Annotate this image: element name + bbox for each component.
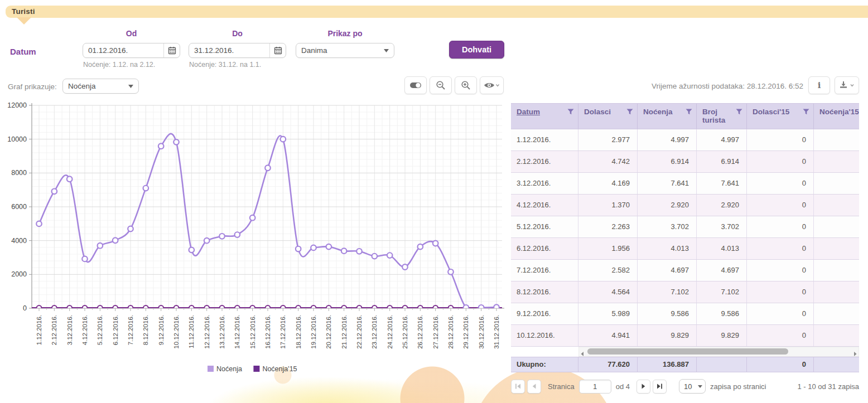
column-header-3[interactable]: Noćenja: [638, 104, 697, 129]
svg-text:8000: 8000: [11, 169, 27, 177]
fetch-button[interactable]: Dohvati: [449, 41, 504, 59]
svg-text:27.12.2016.: 27.12.2016.: [432, 315, 439, 349]
svg-text:14.12.2016.: 14.12.2016.: [234, 315, 240, 349]
toggle-series-button[interactable]: [404, 76, 427, 94]
column-header-label: Noćenja: [643, 108, 673, 116]
column-header-6[interactable]: Noćenja'15: [814, 104, 859, 129]
table-cell: 4.997: [638, 129, 697, 150]
table-cell: 2.582: [578, 260, 638, 281]
table-cell: 4.941: [578, 325, 638, 346]
svg-text:19.12.2016.: 19.12.2016.: [310, 315, 317, 349]
chart-series-value: Noćenja: [63, 82, 123, 90]
svg-text:12.12.2016.: 12.12.2016.: [204, 315, 210, 349]
visibility-menu-button[interactable]: [480, 76, 504, 94]
table-cell: 9.586: [638, 303, 697, 324]
from-date-input[interactable]: [83, 44, 163, 57]
table-cell: 8.12.2016.: [511, 281, 578, 303]
table-row: 3.12.2016.4.1697.6417.6410: [511, 173, 859, 195]
table-cell: 0: [747, 260, 814, 281]
display-by-value: Danima: [296, 46, 379, 55]
table-cell: 4.013: [638, 238, 697, 259]
eye-icon: [484, 81, 500, 90]
table-cell: 0: [747, 129, 814, 150]
filter-icon[interactable]: [803, 109, 809, 115]
table-cell: [814, 325, 859, 346]
table-cell: 3.702: [638, 216, 697, 237]
column-header-1[interactable]: Datum: [511, 104, 578, 129]
svg-text:29.12.2016.: 29.12.2016.: [462, 315, 469, 349]
table-cell: 10.12.2016.: [511, 325, 578, 346]
zoom-in-icon: [461, 80, 471, 90]
table-cell: 4.697: [638, 260, 697, 281]
svg-text:4000: 4000: [11, 237, 27, 245]
table-cell: 4.169: [578, 173, 638, 194]
svg-text:3.12.2016.: 3.12.2016.: [66, 315, 73, 345]
grid-header-row: DatumDolasciNoćenjaBroj turistaDolasci'1…: [511, 103, 859, 129]
per-page-label: zapisa po stranici: [710, 382, 766, 391]
last-page-button[interactable]: [653, 380, 667, 394]
table-cell: 0: [747, 303, 814, 324]
page-size-select[interactable]: 10: [679, 379, 706, 394]
table-cell: 2.263: [578, 216, 638, 237]
table-cell: 9.12.2016.: [511, 303, 578, 324]
horizontal-scrollbar[interactable]: [578, 347, 859, 357]
scrollbar-spacer: [511, 347, 578, 357]
table-cell: 4.564: [578, 281, 638, 303]
chart-series-select[interactable]: Noćenja: [62, 79, 139, 94]
svg-text:12000: 12000: [7, 101, 27, 109]
table-cell: 0: [747, 173, 814, 194]
table-cell: 4.12.2016.: [511, 195, 578, 216]
filter-icon[interactable]: [567, 109, 574, 115]
table-cell: [814, 129, 859, 150]
filter-icon[interactable]: [686, 109, 692, 115]
table-cell: 3.702: [697, 216, 747, 237]
svg-text:9.12.2016.: 9.12.2016.: [158, 315, 165, 345]
table-cell: 7.641: [638, 173, 697, 194]
table-footer-cell: 136.887: [638, 357, 697, 372]
table-row: 9.12.2016.5.9899.5869.5860: [511, 303, 859, 325]
svg-text:21.12.2016.: 21.12.2016.: [341, 315, 348, 349]
page-label: Stranica: [548, 382, 575, 391]
prev-page-button[interactable]: [527, 380, 541, 394]
to-date-hint: Noćenje: 31.12. na 1.1.: [189, 61, 261, 69]
column-header-2[interactable]: Dolasci: [578, 104, 638, 129]
table-cell: 9.829: [638, 325, 697, 346]
scroll-right-icon[interactable]: [853, 349, 857, 359]
scrollbar-thumb[interactable]: [587, 348, 788, 355]
info-button[interactable]: i: [808, 76, 830, 94]
page-number-input[interactable]: [579, 380, 611, 394]
grid-scrollbar-row: [511, 347, 859, 357]
table-cell: 7.12.2016.: [511, 260, 578, 281]
column-header-4[interactable]: Broj turista: [697, 104, 747, 129]
display-by-select[interactable]: Danima: [296, 43, 394, 58]
table-cell: [814, 303, 859, 324]
zoom-in-button[interactable]: [455, 76, 477, 94]
from-date-group: [83, 43, 180, 58]
zoom-out-button[interactable]: [430, 76, 452, 94]
first-page-button[interactable]: [511, 380, 525, 394]
svg-text:10000: 10000: [7, 135, 27, 143]
table-cell: 9.829: [697, 325, 747, 346]
line-chart: 0200040006000800010000120001.12.2016.2.1…: [0, 99, 508, 378]
next-page-button[interactable]: [636, 380, 650, 394]
svg-text:7.12.2016.: 7.12.2016.: [127, 315, 134, 345]
svg-text:16.12.2016.: 16.12.2016.: [264, 315, 271, 349]
tab-bar: [6, 6, 868, 18]
scroll-left-icon[interactable]: [580, 349, 585, 359]
svg-text:10.12.2016.: 10.12.2016.: [173, 315, 180, 349]
calendar-button-from[interactable]: [163, 43, 180, 57]
filter-icon[interactable]: [736, 109, 742, 115]
tab-turisti[interactable]: Turisti: [12, 7, 35, 16]
table-cell: [814, 260, 859, 281]
calendar-button-to[interactable]: [269, 43, 286, 57]
table-cell: 4.997: [697, 129, 747, 150]
table-cell: 2.920: [638, 195, 697, 216]
calendar-icon: [274, 46, 282, 55]
page-of-label: od 4: [616, 382, 630, 391]
column-header-5[interactable]: Dolasci'15: [747, 104, 814, 129]
data-grid: DatumDolasciNoćenjaBroj turistaDolasci'1…: [511, 103, 859, 372]
filter-icon[interactable]: [626, 109, 633, 115]
to-date-input[interactable]: [189, 44, 269, 57]
table-cell: 6.914: [697, 151, 747, 172]
download-button[interactable]: [835, 76, 859, 94]
